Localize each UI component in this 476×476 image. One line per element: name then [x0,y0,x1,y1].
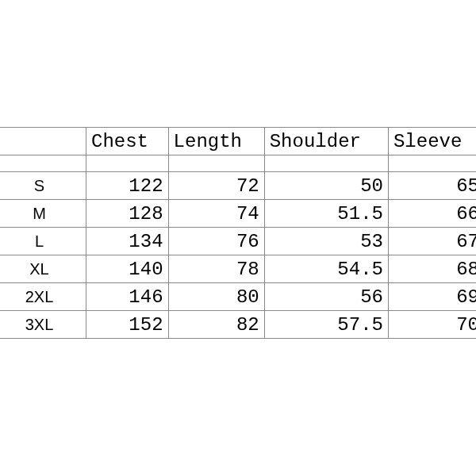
cell-sleeve: 65 [388,172,476,200]
cell-chest: 128 [86,200,169,228]
cell-chest: 146 [86,283,169,311]
table-row: XL 140 78 54.5 68 [0,255,476,283]
header-length: Length [168,128,264,155]
cell-chest: 134 [86,228,169,255]
table-row: 3XL 152 82 57.5 70 [0,311,476,339]
cell-chest: 140 [86,255,169,283]
cell-shoulder: 51.5 [264,200,388,228]
cell-sleeve: 67 [388,228,476,255]
cell-sleeve: 70 [388,311,476,339]
table-row: 2XL 146 80 56 69 [0,283,476,311]
cell-size: XL [0,255,86,283]
table-row: M 128 74 51.5 66 [0,200,476,228]
cell-shoulder: 56 [264,283,388,311]
header-size [0,128,86,155]
cell-length: 76 [168,228,264,255]
cell-sleeve: 66 [388,200,476,228]
cell-shoulder: 57.5 [264,311,388,339]
cell-length: 82 [168,311,264,339]
table-header-row: Chest Length Shoulder Sleeve [0,128,476,155]
cell-shoulder: 54.5 [264,255,388,283]
cell-size: S [0,172,86,200]
cell-size: 3XL [0,311,86,339]
cell-shoulder: 53 [264,228,388,255]
cell-sleeve: 68 [388,255,476,283]
header-sleeve: Sleeve [388,128,476,155]
header-shoulder: Shoulder [264,128,388,155]
cell-chest: 122 [86,172,169,200]
cell-size: L [0,228,86,255]
cell-shoulder: 50 [264,172,388,200]
table-spacer-row [0,155,476,172]
cell-length: 74 [168,200,264,228]
cell-size: M [0,200,86,228]
cell-length: 72 [168,172,264,200]
table-row: L 134 76 53 67 [0,228,476,255]
header-chest: Chest [86,128,169,155]
cell-length: 80 [168,283,264,311]
size-chart-table: Chest Length Shoulder Sleeve S 122 72 50… [0,127,476,339]
cell-length: 78 [168,255,264,283]
cell-sleeve: 69 [388,283,476,311]
cell-size: 2XL [0,283,86,311]
table-row: S 122 72 50 65 [0,172,476,200]
cell-chest: 152 [86,311,169,339]
